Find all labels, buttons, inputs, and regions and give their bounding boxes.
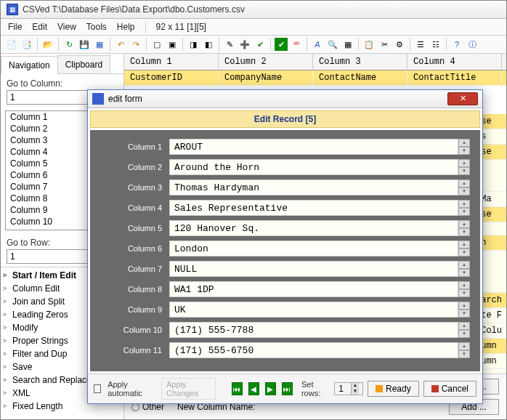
- field-input-7[interactable]: [169, 261, 458, 277]
- ready-button[interactable]: Ready: [368, 381, 419, 397]
- open-icon[interactable]: 📂: [41, 38, 54, 51]
- file-stats: 92 x 11 [1][5]: [156, 22, 206, 32]
- tool-a-icon[interactable]: ▢: [150, 38, 163, 51]
- field-row-7: Column 7▲▼: [100, 261, 470, 277]
- menu-tools[interactable]: Tools: [86, 22, 107, 32]
- settings-icon[interactable]: ✂: [378, 38, 391, 51]
- info-icon[interactable]: ⓘ: [466, 38, 479, 51]
- list2-icon[interactable]: ☷: [429, 38, 442, 51]
- dialog-header: Edit Record [5]: [90, 110, 480, 128]
- check-icon[interactable]: ✔: [254, 38, 267, 51]
- field-row-10: Column 10▲▼: [100, 322, 470, 338]
- menu-edit[interactable]: Edit: [32, 22, 47, 32]
- field-row-1: Column 1▲▼: [100, 139, 470, 155]
- field-input-3[interactable]: [169, 179, 458, 195]
- col-header[interactable]: Column 4: [407, 54, 502, 70]
- edit-form-dialog: edit form ✕ Edit Record [5] Column 1▲▼ C…: [87, 89, 483, 404]
- cell[interactable]: CustomerID: [124, 70, 219, 85]
- apply-changes-button[interactable]: Apply Changes: [161, 378, 216, 400]
- copy-icon[interactable]: 📑: [20, 38, 33, 51]
- refresh-icon[interactable]: ↻: [62, 38, 76, 51]
- view-icon[interactable]: ▦: [341, 38, 354, 51]
- font-icon[interactable]: A: [311, 38, 324, 51]
- field-input-9[interactable]: [169, 302, 458, 318]
- dialog-body: Column 1▲▼ Column 2▲▼ Column 3▲▼ Column …: [90, 130, 480, 371]
- spinner[interactable]: ▲▼: [458, 261, 470, 277]
- field-input-2[interactable]: [169, 159, 458, 175]
- last-record-button[interactable]: ⏭: [282, 382, 293, 395]
- export-icon[interactable]: 📋: [362, 38, 376, 51]
- field-input-4[interactable]: [169, 200, 458, 216]
- spinner[interactable]: ▲▼: [458, 159, 470, 175]
- cell[interactable]: ContactTitle: [407, 70, 502, 85]
- field-input-10[interactable]: [169, 322, 458, 338]
- apply-auto-label: Apply automatic: [108, 380, 154, 397]
- apply-auto-check[interactable]: [94, 384, 101, 393]
- redo-icon[interactable]: ↷: [129, 38, 142, 51]
- col-header[interactable]: Column 1: [124, 54, 219, 70]
- tool-d-icon[interactable]: ◧: [202, 38, 215, 51]
- col-header[interactable]: Column 2: [219, 54, 313, 70]
- ab-icon[interactable]: ᵃᵇ: [290, 38, 303, 51]
- spinner[interactable]: ▲▼: [458, 322, 470, 338]
- dialog-title: edit form: [108, 94, 142, 104]
- list-icon[interactable]: ☰: [414, 38, 427, 51]
- tab-clipboard[interactable]: Clipboard: [57, 55, 110, 73]
- next-record-button[interactable]: ▶: [265, 382, 276, 395]
- titlebar: ▦ CSVed T:\Database Files\Data Export\db…: [1, 1, 506, 19]
- cell[interactable]: ContactName: [313, 70, 407, 85]
- undo-icon[interactable]: ↶: [114, 38, 127, 51]
- spinner[interactable]: ▲▼: [458, 179, 470, 195]
- dialog-icon: [92, 93, 104, 105]
- tool-b-icon[interactable]: ▣: [166, 38, 179, 51]
- field-input-11[interactable]: [169, 342, 458, 358]
- spinner[interactable]: ▲▼: [458, 241, 470, 257]
- tab-navigation[interactable]: Navigation: [1, 56, 58, 74]
- grid-header-row: Column 1 Column 2 Column 3 Column 4: [124, 54, 506, 70]
- spinner[interactable]: ▲▼: [458, 139, 470, 155]
- gear-icon[interactable]: ⚙: [393, 38, 406, 51]
- field-row-4: Column 4▲▼: [100, 200, 470, 216]
- menubar: File Edit View Tools Help 92 x 11 [1][5]: [1, 19, 506, 36]
- field-input-5[interactable]: [169, 220, 458, 236]
- new-icon[interactable]: 📄: [5, 38, 18, 51]
- spinner[interactable]: ▲▼: [458, 342, 470, 358]
- search-icon[interactable]: 🔍: [326, 38, 339, 51]
- table-row[interactable]: CustomerID CompanyName ContactName Conta…: [124, 70, 506, 86]
- field-row-9: Column 9▲▼: [100, 302, 470, 318]
- prev-record-button[interactable]: ◀: [248, 382, 259, 395]
- menu-separator: [145, 21, 146, 33]
- edit-icon[interactable]: ✎: [223, 38, 236, 51]
- field-row-6: Column 6▲▼: [100, 241, 470, 257]
- first-record-button[interactable]: ⏮: [232, 382, 243, 395]
- field-input-6[interactable]: [169, 241, 458, 257]
- field-row-5: Column 5▲▼: [100, 220, 470, 236]
- save-icon[interactable]: 💾: [78, 38, 91, 51]
- spinner[interactable]: ▲▼: [458, 302, 470, 318]
- add-row-icon[interactable]: ➕: [238, 38, 251, 51]
- col-header[interactable]: Column 3: [313, 54, 407, 70]
- check2-icon[interactable]: ✔: [275, 38, 288, 51]
- cancel-button[interactable]: Cancel: [423, 381, 476, 397]
- close-button[interactable]: ✕: [447, 92, 478, 105]
- spinner[interactable]: ▲▼: [458, 281, 470, 297]
- tool-c-icon[interactable]: ◨: [187, 38, 200, 51]
- goto-column-label: Go to Column:: [7, 78, 62, 89]
- spinner[interactable]: ▲▼: [458, 200, 470, 216]
- field-input-1[interactable]: [169, 139, 458, 155]
- dialog-titlebar[interactable]: edit form ✕: [88, 90, 482, 108]
- menu-view[interactable]: View: [57, 22, 76, 32]
- field-row-8: Column 8▲▼: [100, 281, 470, 297]
- spinner[interactable]: ▲▼: [458, 220, 470, 236]
- set-rows-spinner[interactable]: 1▲▼: [334, 382, 363, 395]
- set-rows-label: Set rows:: [301, 380, 328, 397]
- app-icon: ▦: [7, 4, 18, 15]
- help-icon[interactable]: ?: [450, 38, 463, 51]
- window-title: CSVed T:\Database Files\Data Export\dbo.…: [23, 4, 245, 15]
- field-row-3: Column 3▲▼: [100, 179, 470, 195]
- field-input-8[interactable]: [169, 281, 458, 297]
- menu-file[interactable]: File: [8, 22, 22, 32]
- menu-help[interactable]: Help: [117, 22, 135, 32]
- save-all-icon[interactable]: ▦: [93, 38, 106, 51]
- cell[interactable]: CompanyName: [219, 70, 313, 85]
